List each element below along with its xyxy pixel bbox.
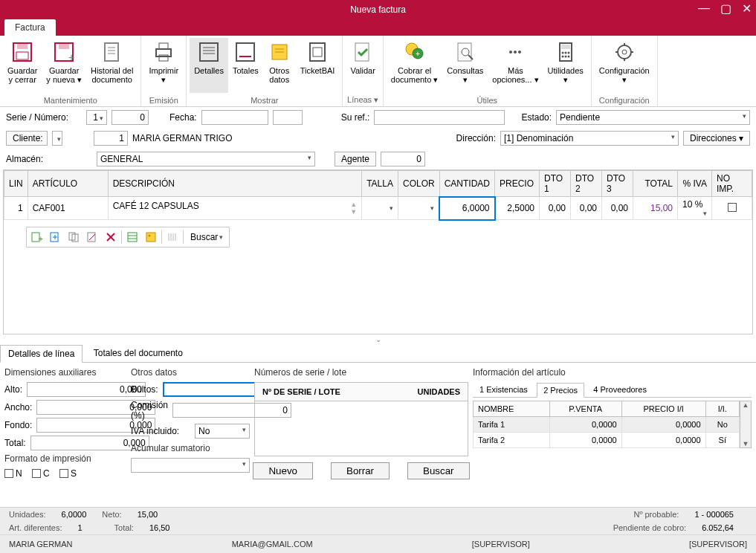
serie-lote-list: Nº DE SERIE / LOTEUNIDADES <box>254 382 468 456</box>
save-close-button[interactable]: Guardar y cerrar <box>3 38 42 93</box>
close-button[interactable]: ✕ <box>742 1 752 16</box>
minimize-button[interactable]: — <box>698 1 710 16</box>
col-dto2[interactable]: DTO 2 <box>571 171 602 197</box>
fecha-aux-input[interactable] <box>273 110 303 125</box>
status-bar: Unidades: 6,0000 Neto: 15,00 Nº probable… <box>0 507 756 553</box>
check-icon <box>351 40 375 64</box>
col-cantidad[interactable]: CANTIDAD <box>439 171 494 197</box>
estado-select[interactable]: Pendiente▾ <box>556 110 750 125</box>
sb-nprob-l: Nº probable: <box>633 510 679 519</box>
delete-line-icon[interactable] <box>103 229 119 245</box>
history-button[interactable]: Historial del documento <box>86 38 138 93</box>
sb-total: 16,50 <box>149 523 170 532</box>
charge-doc-button[interactable]: + Cobrar el documento ▾ <box>387 38 442 93</box>
cliente-dd[interactable]: ▾ <box>52 131 62 146</box>
col-lin[interactable]: LIN <box>4 171 28 197</box>
svg-point-42 <box>618 45 631 59</box>
print-button[interactable]: Imprimir ▾ <box>144 38 183 93</box>
estado-label: Estado: <box>521 112 552 123</box>
almacen-select[interactable]: GENERAL▾ <box>97 152 315 166</box>
alto-input[interactable] <box>27 382 146 397</box>
svg-point-32 <box>514 51 517 54</box>
cliente-button[interactable]: Cliente: <box>6 131 48 146</box>
maximize-button[interactable]: ▢ <box>720 1 731 16</box>
svg-text:+: + <box>68 51 74 63</box>
col-precio[interactable]: PRECIO <box>495 171 540 197</box>
nuevo-button[interactable]: Nuevo <box>253 462 313 479</box>
price-row[interactable]: Tarifa 20,00000,0000Sí <box>474 433 740 448</box>
validate-button[interactable]: Validar <box>346 38 379 93</box>
splitter[interactable]: ⌄ <box>0 334 756 344</box>
table-icon[interactable] <box>124 229 140 245</box>
svg-rect-24 <box>355 43 369 61</box>
subtab-precios[interactable]: 2 Precios <box>537 383 584 398</box>
comision-label: Comisión (%) <box>131 400 168 421</box>
cliente-num-input[interactable] <box>94 131 128 146</box>
borrar-button[interactable]: Borrar <box>331 462 390 479</box>
col-total[interactable]: TOTAL <box>633 171 678 197</box>
tab-totales-doc[interactable]: Totales del documento <box>85 344 191 362</box>
col-dto3[interactable]: DTO 3 <box>602 171 633 197</box>
suref-input[interactable] <box>374 110 505 125</box>
price-row[interactable]: Tarifa 10,00000,0000No <box>474 417 740 433</box>
sb-artdif-l: Art. diferentes: <box>9 523 62 532</box>
col-color[interactable]: COLOR <box>398 171 439 197</box>
iva-inc-select[interactable]: No▾ <box>195 424 250 439</box>
col-iva[interactable]: % IVA <box>678 171 712 197</box>
chk-s[interactable]: S <box>59 468 77 479</box>
money-icon: + <box>403 40 427 64</box>
chk-n[interactable]: N <box>4 468 22 479</box>
fecha-input[interactable] <box>201 110 268 125</box>
totals-icon <box>233 40 257 64</box>
more-options-button[interactable]: Más opciones... ▾ <box>488 38 543 93</box>
col-talla[interactable]: TALLA <box>362 171 398 197</box>
agente-button[interactable]: Agente <box>335 152 376 166</box>
barcode-icon[interactable] <box>164 229 181 245</box>
totals-button[interactable]: Totales <box>228 38 263 93</box>
ticketbai-button[interactable]: TicketBAI <box>296 38 340 93</box>
acum-select[interactable]: ▾ <box>131 458 250 473</box>
direcciones-button[interactable]: Direcciones ▾ <box>683 131 750 146</box>
tab-factura[interactable]: Factura <box>4 19 56 36</box>
svg-rect-53 <box>88 233 95 242</box>
chk-c[interactable]: C <box>32 468 50 479</box>
utilities-button[interactable]: Utilidades ▾ <box>543 38 588 93</box>
svg-point-61 <box>149 234 151 236</box>
new-line-icon[interactable]: + <box>28 229 45 245</box>
sb-neto: 15,00 <box>138 510 158 519</box>
col-articulo[interactable]: ARTÍCULO <box>28 171 108 197</box>
serie-label: Serie / Número: <box>6 112 82 123</box>
save-new-button[interactable]: + Guardar y nueva ▾ <box>42 38 86 93</box>
agente-num-input[interactable] <box>381 152 425 166</box>
image-icon[interactable] <box>143 229 159 245</box>
copy-line-icon[interactable] <box>65 229 82 245</box>
cantidad-cell[interactable]: 6,0000 <box>439 197 494 220</box>
tab-detalles-linea[interactable]: Detalles de línea <box>0 345 83 363</box>
subtab-proveedores[interactable]: 4 Proveedores <box>587 382 653 397</box>
col-dto1[interactable]: DTO 1 <box>540 171 571 197</box>
ticket-icon <box>306 40 329 64</box>
suref-label: Su ref.: <box>341 112 370 123</box>
search-lines-button[interactable]: Buscar ▾ <box>186 229 227 245</box>
table-row[interactable]: 1 CAF001 CAFÉ 12 CAPSULAS▲▼ ▾ ▾ 6,0000 2… <box>4 197 752 220</box>
scrollbar[interactable]: ▲▼ <box>740 401 752 448</box>
direccion-label: Dirección: <box>456 133 496 143</box>
details-button[interactable]: Detalles <box>190 38 228 93</box>
direccion-select[interactable]: [1] Denominación▾ <box>500 131 679 146</box>
subtab-existencias[interactable]: 1 Existencias <box>473 382 534 397</box>
queries-button[interactable]: Consultas ▾ <box>442 38 488 93</box>
insert-line-icon[interactable] <box>47 229 63 245</box>
document-history-icon <box>100 40 124 64</box>
other-data-button[interactable]: Otros datos <box>263 38 296 93</box>
edit-line-icon[interactable] <box>84 229 100 245</box>
col-noimp[interactable]: NO IMP. <box>712 171 752 197</box>
group-label-mostrar: Mostrar <box>190 96 339 106</box>
info-title: Información del artículo <box>473 367 752 378</box>
serie-field[interactable]: 1▾ <box>86 110 107 125</box>
config-button[interactable]: Configuración ▾ <box>595 38 654 93</box>
col-desc[interactable]: DESCRIPCIÓN <box>108 171 361 197</box>
buscar-button[interactable]: Buscar <box>407 462 469 479</box>
svg-point-31 <box>509 51 512 54</box>
numero-input[interactable] <box>112 110 149 125</box>
sb-sup1: [SUPERVISOR] <box>472 540 530 549</box>
